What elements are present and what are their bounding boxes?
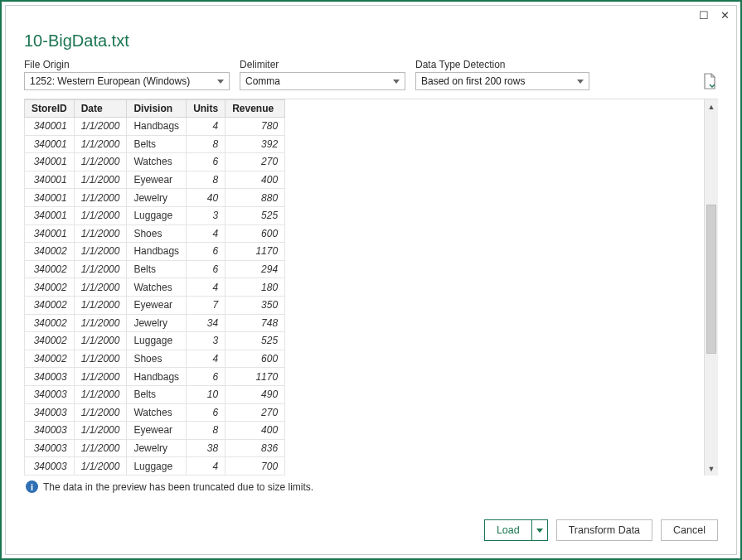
cell-units: 4 <box>187 350 226 368</box>
cell-division: Watches <box>127 403 187 422</box>
cell-date: 1/1/2000 <box>74 314 127 332</box>
cell-division: Jewelry <box>127 439 187 457</box>
cell-date: 1/1/2000 <box>74 350 127 368</box>
table-row[interactable]: 3400011/1/2000Handbags4780 <box>25 118 285 136</box>
cell-storeid: 340002 <box>25 332 75 350</box>
table-row[interactable]: 3400031/1/2000Luggage4700 <box>25 457 285 476</box>
load-button-label: Load <box>485 520 532 540</box>
cell-storeid: 340002 <box>25 350 75 368</box>
maximize-icon[interactable]: ☐ <box>699 9 709 22</box>
load-dropdown-caret[interactable] <box>532 520 547 540</box>
truncate-text: The data in the preview has been truncat… <box>43 481 313 493</box>
cell-units: 4 <box>187 457 226 476</box>
file-origin-dropdown[interactable]: 1252: Western European (Windows) <box>24 72 230 90</box>
table-row[interactable]: 3400011/1/2000Watches6270 <box>25 153 285 171</box>
cell-date: 1/1/2000 <box>74 153 127 171</box>
table-row[interactable]: 3400021/1/2000Luggage3525 <box>25 332 285 350</box>
cell-storeid: 340003 <box>25 385 75 403</box>
table-row[interactable]: 3400011/1/2000Belts8392 <box>25 135 285 153</box>
cell-units: 6 <box>187 403 226 422</box>
cell-units: 6 <box>187 243 226 261</box>
cell-division: Eyewear <box>127 296 187 314</box>
table-row[interactable]: 3400011/1/2000Luggage3525 <box>25 206 285 224</box>
file-origin-label: File Origin <box>24 59 230 70</box>
table-row[interactable]: 3400021/1/2000Belts6294 <box>25 260 285 278</box>
cell-units: 7 <box>187 296 226 314</box>
table-row[interactable]: 3400021/1/2000Eyewear7350 <box>25 296 285 314</box>
cell-revenue: 525 <box>226 332 285 350</box>
cell-date: 1/1/2000 <box>74 118 127 136</box>
scroll-up-icon[interactable]: ▲ <box>705 99 718 113</box>
transform-data-button[interactable]: Transform Data <box>556 519 652 541</box>
scroll-track[interactable] <box>705 113 718 461</box>
cell-date: 1/1/2000 <box>74 278 127 297</box>
table-row[interactable]: 3400021/1/2000Handbags61170 <box>25 243 285 261</box>
file-title: 10-BigData.txt <box>24 31 718 51</box>
cell-units: 6 <box>187 260 226 278</box>
table-row[interactable]: 3400031/1/2000Jewelry38836 <box>25 439 285 457</box>
dialog-inner: ☐ ✕ 10-BigData.txt File Origin 1252: Wes… <box>5 5 737 555</box>
datatype-col: Data Type Detection Based on first 200 r… <box>415 59 589 90</box>
close-icon[interactable]: ✕ <box>720 9 730 22</box>
table-row[interactable]: 3400021/1/2000Jewelry34748 <box>25 314 285 332</box>
cell-storeid: 340001 <box>25 171 75 189</box>
cell-storeid: 340001 <box>25 118 75 136</box>
cell-revenue: 294 <box>226 260 285 278</box>
cell-storeid: 340001 <box>25 135 75 153</box>
table-row[interactable]: 3400021/1/2000Shoes4600 <box>25 350 285 368</box>
cell-division: Luggage <box>127 332 187 350</box>
dialog-content: 10-BigData.txt File Origin 1252: Western… <box>6 25 736 508</box>
cell-revenue: 270 <box>226 153 285 171</box>
cell-storeid: 340003 <box>25 457 75 476</box>
preview-table: StoreIDDateDivisionUnitsRevenue 3400011/… <box>24 99 285 476</box>
delimiter-col: Delimiter Comma <box>240 59 405 90</box>
scroll-thumb[interactable] <box>706 205 716 354</box>
table-row[interactable]: 3400031/1/2000Handbags61170 <box>25 368 285 386</box>
table-row[interactable]: 3400011/1/2000Jewelry40880 <box>25 189 285 207</box>
cell-date: 1/1/2000 <box>74 296 127 314</box>
delimiter-dropdown[interactable]: Comma <box>240 72 405 90</box>
cell-units: 40 <box>187 189 226 207</box>
column-header-storeid[interactable]: StoreID <box>25 100 75 118</box>
cell-division: Eyewear <box>127 422 187 440</box>
cell-revenue: 392 <box>226 135 285 153</box>
cell-units: 34 <box>187 314 226 332</box>
info-icon: i <box>26 480 38 493</box>
cell-storeid: 340003 <box>25 368 75 386</box>
column-header-units[interactable]: Units <box>187 100 226 118</box>
cell-storeid: 340002 <box>25 314 75 332</box>
scroll-down-icon[interactable]: ▼ <box>705 461 718 476</box>
table-row[interactable]: 3400031/1/2000Watches6270 <box>25 403 285 422</box>
table-fill <box>285 99 704 476</box>
cell-date: 1/1/2000 <box>74 385 127 403</box>
cell-units: 38 <box>187 439 226 457</box>
cell-division: Handbags <box>127 118 187 136</box>
cell-revenue: 525 <box>226 206 285 224</box>
cell-revenue: 700 <box>226 457 285 476</box>
cell-storeid: 340003 <box>25 439 75 457</box>
table-row[interactable]: 3400031/1/2000Eyewear8400 <box>25 422 285 440</box>
cancel-button[interactable]: Cancel <box>661 519 718 541</box>
cell-revenue: 490 <box>226 385 285 403</box>
cell-revenue: 1170 <box>226 368 285 386</box>
cell-division: Belts <box>127 260 187 278</box>
table-row[interactable]: 3400011/1/2000Eyewear8400 <box>25 171 285 189</box>
table-row[interactable]: 3400021/1/2000Watches4180 <box>25 278 285 297</box>
load-button[interactable]: Load <box>484 519 548 541</box>
file-origin-col: File Origin 1252: Western European (Wind… <box>24 59 230 90</box>
column-header-date[interactable]: Date <box>74 100 127 118</box>
cell-units: 3 <box>187 206 226 224</box>
table-row[interactable]: 3400011/1/2000Shoes4600 <box>25 224 285 243</box>
datatype-label: Data Type Detection <box>415 59 589 70</box>
file-origin-value: 1252: Western European (Windows) <box>30 75 190 87</box>
cell-revenue: 880 <box>226 189 285 207</box>
column-header-revenue[interactable]: Revenue <box>226 100 285 118</box>
datatype-dropdown[interactable]: Based on first 200 rows <box>415 72 589 90</box>
vertical-scrollbar[interactable]: ▲ ▼ <box>704 99 718 476</box>
column-header-division[interactable]: Division <box>127 100 187 118</box>
table-row[interactable]: 3400031/1/2000Belts10490 <box>25 385 285 403</box>
cell-storeid: 340002 <box>25 278 75 297</box>
cell-date: 1/1/2000 <box>74 422 127 440</box>
preview-area: StoreIDDateDivisionUnitsRevenue 3400011/… <box>24 99 718 476</box>
schema-icon[interactable] <box>701 72 718 90</box>
